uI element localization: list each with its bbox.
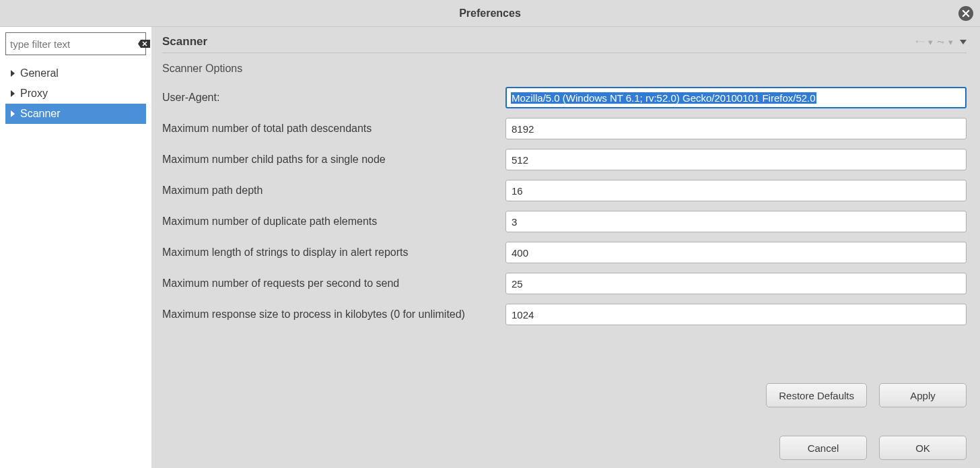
input-max-string-length[interactable] <box>505 242 967 263</box>
input-max-rps[interactable] <box>505 273 967 294</box>
label-max-descendants: Maximum number of total path descendants <box>162 123 505 135</box>
expand-icon <box>11 110 15 117</box>
main-header: Scanner ⬸ ▾ ⤳ ▾ <box>162 35 967 53</box>
main-panel: Scanner ⬸ ▾ ⤳ ▾ Scanner Options User-Age… <box>151 27 980 468</box>
expand-icon <box>11 90 15 97</box>
nav-forward-icon[interactable]: ⤳ <box>937 37 944 47</box>
apply-button[interactable]: Apply <box>879 383 967 407</box>
filter-field-wrap <box>5 32 146 55</box>
label-max-rps: Maximum number of requests per second to… <box>162 277 505 290</box>
tree-item-proxy[interactable]: Proxy <box>5 83 146 104</box>
section-label: Scanner Options <box>162 63 967 75</box>
options-form: User-Agent: Mozilla/5.0 (Windows NT 6.1;… <box>162 87 967 325</box>
clear-filter-icon[interactable] <box>138 39 150 48</box>
tree-item-label: Scanner <box>20 108 61 120</box>
panel-button-row: Restore Defaults Apply <box>162 370 967 407</box>
sidebar: General Proxy Scanner <box>0 27 151 468</box>
tree-item-label: Proxy <box>20 88 48 100</box>
row-max-string-length: Maximum length of strings to display in … <box>162 242 967 263</box>
row-max-depth: Maximum path depth <box>162 180 967 201</box>
view-menu-icon[interactable] <box>960 40 967 44</box>
category-tree: General Proxy Scanner <box>5 63 146 124</box>
input-user-agent[interactable]: Mozilla/5.0 (Windows NT 6.1; rv:52.0) Ge… <box>505 87 967 108</box>
expand-icon <box>11 70 15 77</box>
label-max-depth: Maximum path depth <box>162 185 505 197</box>
nav-back-menu-icon[interactable]: ▾ <box>928 37 933 47</box>
label-max-string-length: Maximum length of strings to display in … <box>162 246 505 259</box>
dialog-button-row: Cancel OK <box>162 422 967 460</box>
row-max-rps: Maximum number of requests per second to… <box>162 273 967 294</box>
input-user-agent-value: Mozilla/5.0 (Windows NT 6.1; rv:52.0) Ge… <box>511 92 816 104</box>
close-button[interactable] <box>958 6 973 21</box>
input-max-child-paths[interactable] <box>505 149 967 170</box>
tree-item-label: General <box>20 67 59 79</box>
nav-back-icon[interactable]: ⬸ <box>915 37 924 47</box>
label-max-response-size: Maximum response size to process in kilo… <box>162 308 505 321</box>
label-user-agent: User-Agent: <box>162 92 505 104</box>
input-max-depth[interactable] <box>505 180 967 201</box>
row-user-agent: User-Agent: Mozilla/5.0 (Windows NT 6.1;… <box>162 87 967 108</box>
label-max-child-paths: Maximum number child paths for a single … <box>162 154 505 166</box>
row-max-duplicates: Maximum number of duplicate path element… <box>162 211 967 232</box>
input-max-duplicates[interactable] <box>505 211 967 232</box>
ok-button[interactable]: OK <box>879 436 967 460</box>
row-max-response-size: Maximum response size to process in kilo… <box>162 304 967 325</box>
title-bar: Preferences <box>0 0 980 27</box>
page-title: Scanner <box>162 35 207 48</box>
filter-input[interactable] <box>10 38 138 50</box>
tree-item-general[interactable]: General <box>5 63 146 83</box>
input-max-descendants[interactable] <box>505 118 967 139</box>
close-icon <box>962 9 970 18</box>
window-title: Preferences <box>459 7 521 20</box>
nav-forward-menu-icon[interactable]: ▾ <box>948 37 953 47</box>
row-max-descendants: Maximum number of total path descendants <box>162 118 967 139</box>
row-max-child-paths: Maximum number child paths for a single … <box>162 149 967 170</box>
restore-defaults-button[interactable]: Restore Defaults <box>766 383 867 407</box>
input-max-response-size[interactable] <box>505 304 967 325</box>
tree-item-scanner[interactable]: Scanner <box>5 104 146 124</box>
nav-toolbar: ⬸ ▾ ⤳ ▾ <box>915 37 967 47</box>
cancel-button[interactable]: Cancel <box>779 436 867 460</box>
label-max-duplicates: Maximum number of duplicate path element… <box>162 215 505 228</box>
